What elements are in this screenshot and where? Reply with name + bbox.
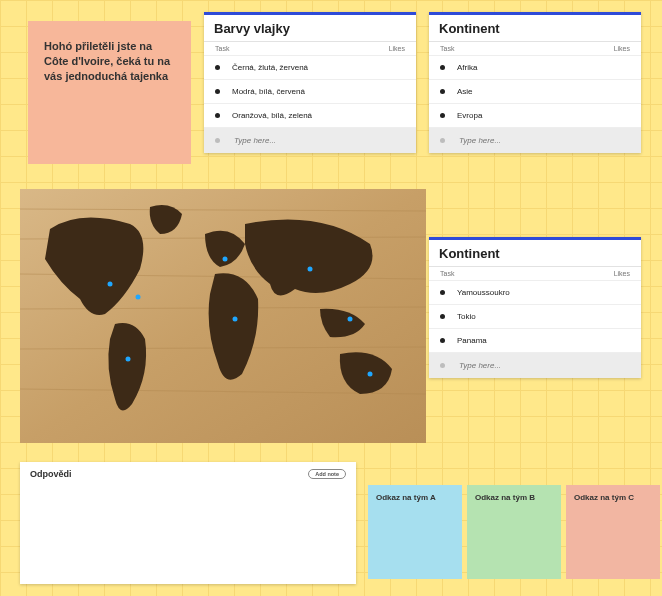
bullet-icon bbox=[215, 89, 220, 94]
add-item-input[interactable] bbox=[232, 135, 405, 146]
bullet-icon bbox=[440, 338, 445, 343]
item-label: Yamoussoukro bbox=[457, 288, 510, 297]
bullet-icon bbox=[440, 363, 445, 368]
item-label: Černá, žlutá, žervená bbox=[232, 63, 308, 72]
col-likes: Likes bbox=[614, 45, 630, 52]
list-item[interactable]: Asie bbox=[429, 80, 641, 104]
list-item[interactable]: Oranžová, bílá, zelená bbox=[204, 104, 416, 128]
list-item[interactable]: Evropa bbox=[429, 104, 641, 128]
item-label: Asie bbox=[457, 87, 473, 96]
card-title: Kontinent bbox=[429, 240, 641, 267]
list-item[interactable]: Afrika bbox=[429, 56, 641, 80]
svg-point-8 bbox=[136, 295, 141, 300]
team-link-a[interactable]: Odkaz na tým A bbox=[368, 485, 462, 579]
answers-title: Odpovědi bbox=[30, 469, 72, 479]
svg-point-14 bbox=[126, 357, 131, 362]
col-task: Task bbox=[215, 45, 229, 52]
intro-text: Hohó přiletěli jste na Côte d'Ivoire, če… bbox=[44, 40, 170, 82]
item-label: Tokio bbox=[457, 312, 476, 321]
col-task: Task bbox=[440, 45, 454, 52]
card-columns-header: Task Likes bbox=[204, 42, 416, 56]
bullet-icon bbox=[440, 314, 445, 319]
item-label: Evropa bbox=[457, 111, 482, 120]
card-columns-header: Task Likes bbox=[429, 42, 641, 56]
bullet-icon bbox=[215, 138, 220, 143]
intro-card: Hohó přiletěli jste na Côte d'Ivoire, če… bbox=[28, 21, 191, 164]
svg-point-11 bbox=[308, 267, 313, 272]
answers-note[interactable]: Odpovědi Add note bbox=[20, 462, 356, 584]
item-label: Modrá, bílá, červená bbox=[232, 87, 305, 96]
add-item-row[interactable] bbox=[204, 128, 416, 153]
answers-header: Odpovědi Add note bbox=[30, 469, 346, 479]
bullet-icon bbox=[215, 65, 220, 70]
card-kontinent-2: Kontinent Task Likes Yamoussoukro Tokio … bbox=[429, 237, 641, 378]
team-link-c[interactable]: Odkaz na tým C bbox=[566, 485, 660, 579]
bullet-icon bbox=[440, 138, 445, 143]
list-item[interactable]: Panama bbox=[429, 329, 641, 353]
add-item-input[interactable] bbox=[457, 135, 630, 146]
svg-point-13 bbox=[368, 372, 373, 377]
list-item[interactable]: Tokio bbox=[429, 305, 641, 329]
svg-point-7 bbox=[108, 282, 113, 287]
team-link-b[interactable]: Odkaz na tým B bbox=[467, 485, 561, 579]
col-task: Task bbox=[440, 270, 454, 277]
tile-label: Odkaz na tým C bbox=[574, 493, 634, 502]
tile-label: Odkaz na tým A bbox=[376, 493, 436, 502]
item-label: Oranžová, bílá, zelená bbox=[232, 111, 312, 120]
add-note-button[interactable]: Add note bbox=[308, 469, 346, 479]
list-item[interactable]: Černá, žlutá, žervená bbox=[204, 56, 416, 80]
col-likes: Likes bbox=[389, 45, 405, 52]
card-kontinent-1: Kontinent Task Likes Afrika Asie Evropa bbox=[429, 12, 641, 153]
svg-point-9 bbox=[223, 257, 228, 262]
list-item[interactable]: Modrá, bílá, červená bbox=[204, 80, 416, 104]
add-item-input[interactable] bbox=[457, 360, 630, 371]
world-map-image bbox=[20, 189, 426, 443]
item-label: Afrika bbox=[457, 63, 477, 72]
svg-point-10 bbox=[233, 317, 238, 322]
add-item-row[interactable] bbox=[429, 353, 641, 378]
bullet-icon bbox=[440, 113, 445, 118]
col-likes: Likes bbox=[614, 270, 630, 277]
tile-label: Odkaz na tým B bbox=[475, 493, 535, 502]
card-barvy-vlajky: Barvy vlajky Task Likes Černá, žlutá, že… bbox=[204, 12, 416, 153]
bullet-icon bbox=[215, 113, 220, 118]
add-item-row[interactable] bbox=[429, 128, 641, 153]
bullet-icon bbox=[440, 290, 445, 295]
bullet-icon bbox=[440, 65, 445, 70]
item-label: Panama bbox=[457, 336, 487, 345]
list-item[interactable]: Yamoussoukro bbox=[429, 281, 641, 305]
bullet-icon bbox=[440, 89, 445, 94]
card-columns-header: Task Likes bbox=[429, 267, 641, 281]
card-title: Kontinent bbox=[429, 15, 641, 42]
svg-point-12 bbox=[348, 317, 353, 322]
card-title: Barvy vlajky bbox=[204, 15, 416, 42]
